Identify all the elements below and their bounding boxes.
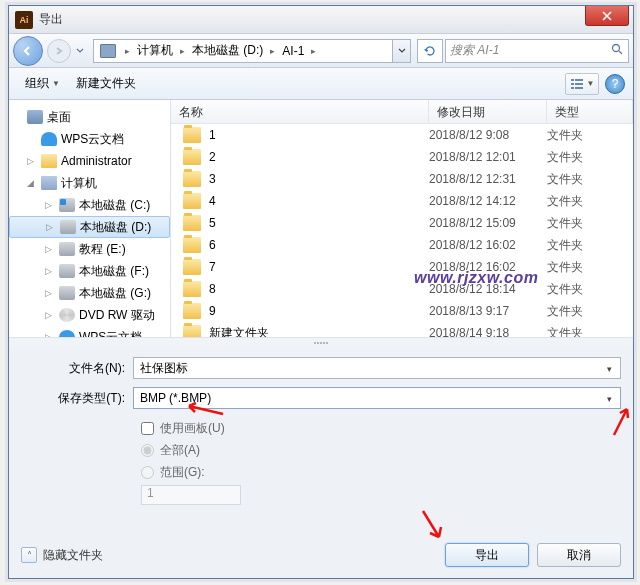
sidebar-item-label: Administrator <box>61 154 132 168</box>
refresh-button[interactable] <box>417 39 443 63</box>
breadcrumb-dropdown[interactable] <box>392 40 410 62</box>
chevron-down-icon[interactable]: ▾ <box>602 361 617 376</box>
file-row[interactable]: 32018/8/12 12:31文件夹 <box>171 168 633 190</box>
sidebar-item[interactable]: ▷DVD RW 驱动 <box>9 304 170 326</box>
range-input[interactable]: 1 <box>141 485 241 505</box>
export-options: 使用画板(U) 全部(A) 范围(G): 1 <box>141 417 621 505</box>
file-type: 文件夹 <box>547 171 583 188</box>
dvd-icon <box>59 308 75 322</box>
search-input[interactable]: 搜索 AI-1 <box>445 39 629 63</box>
sidebar-item[interactable]: 桌面 <box>9 106 170 128</box>
desktop-icon <box>27 110 43 124</box>
chevron-right-icon: ▸ <box>308 46 319 56</box>
breadcrumb[interactable]: ▸ 计算机 ▸ 本地磁盘 (D:) ▸ AI-1 ▸ <box>93 39 411 63</box>
view-mode-button[interactable]: ▼ <box>565 73 599 95</box>
file-date: 2018/8/12 16:02 <box>429 238 547 252</box>
search-icon <box>611 43 624 59</box>
organize-button[interactable]: 组织▼ <box>17 71 68 96</box>
close-button[interactable] <box>585 6 629 26</box>
file-type: 文件夹 <box>547 237 583 254</box>
file-date: 2018/8/14 9:18 <box>429 326 547 337</box>
app-icon: Ai <box>15 11 33 29</box>
file-name: 新建文件夹 <box>209 325 429 338</box>
sidebar-item[interactable]: ▷本地磁盘 (F:) <box>9 260 170 282</box>
new-folder-button[interactable]: 新建文件夹 <box>68 71 144 96</box>
sidebar-item[interactable]: ▷本地磁盘 (C:) <box>9 194 170 216</box>
col-type[interactable]: 类型 <box>547 100 633 123</box>
sidebar-item[interactable]: ▷本地磁盘 (D:) <box>9 216 170 238</box>
file-name: 1 <box>209 128 429 142</box>
file-row[interactable]: 92018/8/13 9:17文件夹 <box>171 300 633 322</box>
folder-icon <box>41 154 57 168</box>
sidebar-item-label: 教程 (E:) <box>79 241 126 258</box>
help-button[interactable]: ? <box>605 74 625 94</box>
file-type: 文件夹 <box>547 149 583 166</box>
svg-rect-1 <box>571 79 574 81</box>
sidebar-item-label: 本地磁盘 (G:) <box>79 285 151 302</box>
sidebar-item[interactable]: ▷本地磁盘 (G:) <box>9 282 170 304</box>
file-row[interactable]: 22018/8/12 12:01文件夹 <box>171 146 633 168</box>
sidebar-item-label: 桌面 <box>47 109 71 126</box>
svg-rect-3 <box>571 83 574 85</box>
sidebar-item-label: 计算机 <box>61 175 97 192</box>
file-name: 5 <box>209 216 429 230</box>
svg-rect-4 <box>575 83 583 85</box>
lower-panel: 文件名(N): 社保图标 ▾ 保存类型(T): BMP (*.BMP) ▾ 使用… <box>9 347 633 517</box>
file-row[interactable]: 新建文件夹2018/8/14 9:18文件夹 <box>171 322 633 337</box>
nav-back-button[interactable] <box>13 36 43 66</box>
chevron-down-icon[interactable]: ▾ <box>602 391 617 406</box>
folder-icon <box>183 303 201 319</box>
file-row[interactable]: 52018/8/12 15:09文件夹 <box>171 212 633 234</box>
search-placeholder: 搜索 AI-1 <box>450 42 499 59</box>
file-row[interactable]: 62018/8/12 16:02文件夹 <box>171 234 633 256</box>
expand-icon: ▷ <box>45 288 55 298</box>
cancel-button[interactable]: 取消 <box>537 543 621 567</box>
folder-icon <box>183 127 201 143</box>
hide-folders-toggle[interactable]: ˄ 隐藏文件夹 <box>21 547 103 564</box>
drive-icon <box>60 220 76 234</box>
file-date: 2018/8/12 12:31 <box>429 172 547 186</box>
file-row[interactable]: 42018/8/12 14:12文件夹 <box>171 190 633 212</box>
file-list[interactable]: 12018/8/12 9:08文件夹22018/8/12 12:01文件夹320… <box>171 124 633 337</box>
sidebar-item[interactable]: ▷教程 (E:) <box>9 238 170 260</box>
use-artboard-label: 使用画板(U) <box>160 420 225 437</box>
savetype-select[interactable]: BMP (*.BMP) ▾ <box>133 387 621 409</box>
range-label: 范围(G): <box>160 464 205 481</box>
nav-forward-button[interactable] <box>47 39 71 63</box>
file-type: 文件夹 <box>547 193 583 210</box>
sidebar-item-label: WPS云文档 <box>79 329 142 338</box>
export-button[interactable]: 导出 <box>445 543 529 567</box>
sidebar-item[interactable]: WPS云文档 <box>9 128 170 150</box>
chevron-down-icon <box>398 48 406 54</box>
sidebar-item[interactable]: ▷Administrator <box>9 150 170 172</box>
range-radio[interactable] <box>141 466 154 479</box>
use-artboard-checkbox[interactable] <box>141 422 154 435</box>
folder-icon <box>183 281 201 297</box>
file-name: 7 <box>209 260 429 274</box>
file-row[interactable]: 82018/8/12 18:14文件夹 <box>171 278 633 300</box>
file-date: 2018/8/12 14:12 <box>429 194 547 208</box>
window-title: 导出 <box>39 11 63 28</box>
folder-icon <box>183 259 201 275</box>
splitter-grip[interactable] <box>9 337 633 347</box>
nav-history-dropdown[interactable] <box>73 38 87 64</box>
breadcrumb-seg-computer[interactable]: 计算机 <box>133 40 177 62</box>
breadcrumb-seg-folder[interactable]: AI-1 <box>278 40 308 62</box>
file-row[interactable]: 12018/8/12 9:08文件夹 <box>171 124 633 146</box>
expand-icon: ▷ <box>45 244 55 254</box>
svg-rect-2 <box>575 79 583 81</box>
arrow-left-icon <box>22 45 34 57</box>
sidebar-item[interactable]: ▷WPS云文档 <box>9 326 170 337</box>
breadcrumb-seg-drive[interactable]: 本地磁盘 (D:) <box>188 40 267 62</box>
svg-rect-5 <box>571 87 574 89</box>
expand-icon: ▷ <box>45 332 55 337</box>
col-name[interactable]: 名称 <box>171 100 429 123</box>
all-radio[interactable] <box>141 444 154 457</box>
filename-input[interactable]: 社保图标 ▾ <box>133 357 621 379</box>
sidebar-item-label: DVD RW 驱动 <box>79 307 155 324</box>
col-date[interactable]: 修改日期 <box>429 100 547 123</box>
sidebar-item[interactable]: ◢计算机 <box>9 172 170 194</box>
svg-point-0 <box>613 44 620 51</box>
file-date: 2018/8/12 16:02 <box>429 260 547 274</box>
file-row[interactable]: 72018/8/12 16:02文件夹 <box>171 256 633 278</box>
